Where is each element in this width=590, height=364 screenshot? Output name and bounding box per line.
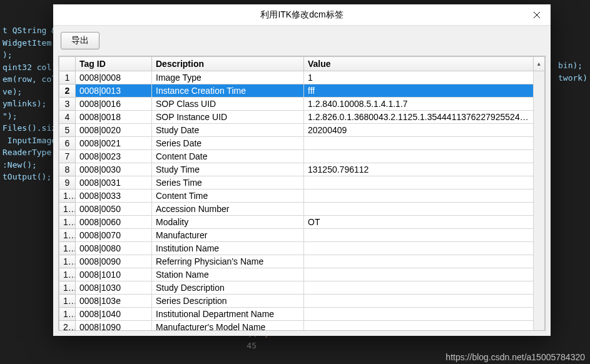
scrollbar-track[interactable] xyxy=(534,308,545,321)
table-row[interactable]: 10008|0008Image Type1 xyxy=(59,71,545,84)
table-row[interactable]: 70008|0023Content Date xyxy=(59,150,545,163)
cell-description[interactable]: Study Description xyxy=(152,281,304,295)
scrollbar-track[interactable] xyxy=(534,137,545,150)
cell-value[interactable]: 1 xyxy=(304,71,534,84)
cell-value[interactable] xyxy=(304,176,534,190)
export-button[interactable]: 导出 xyxy=(61,32,99,49)
cell-value[interactable] xyxy=(304,255,534,268)
cell-tag-id[interactable]: 0008|0030 xyxy=(76,163,152,176)
scrollbar-track[interactable] xyxy=(534,255,545,268)
cell-description[interactable]: Institutional Department Name xyxy=(152,308,304,321)
cell-description[interactable]: Instance Creation Time xyxy=(152,84,304,98)
cell-description[interactable]: Content Date xyxy=(152,150,304,163)
cell-tag-id[interactable]: 0008|1010 xyxy=(76,268,152,281)
table-row[interactable]: 200008|1090Manufacturer's Model Name xyxy=(59,321,545,331)
cell-description[interactable]: SOP Class UID xyxy=(152,98,304,111)
row-number[interactable]: 8 xyxy=(59,163,76,176)
scrollbar-track[interactable] xyxy=(534,321,545,331)
table-row[interactable]: 180008|103eSeries Description xyxy=(59,295,545,308)
cell-tag-id[interactable]: 0008|1090 xyxy=(76,321,152,331)
cell-tag-id[interactable]: 0008|0021 xyxy=(76,137,152,150)
cell-value[interactable] xyxy=(304,281,534,295)
cell-tag-id[interactable]: 0008|0070 xyxy=(76,229,152,242)
scrollbar-track[interactable] xyxy=(534,295,545,308)
cell-value[interactable] xyxy=(304,321,534,331)
cell-tag-id[interactable]: 0008|0016 xyxy=(76,98,152,111)
row-number[interactable]: 11 xyxy=(59,203,76,216)
cell-value[interactable] xyxy=(304,308,534,321)
cell-description[interactable]: Manufacturer xyxy=(152,229,304,242)
cell-tag-id[interactable]: 0008|1030 xyxy=(76,281,152,295)
cell-value[interactable] xyxy=(304,229,534,242)
scrollbar-track[interactable] xyxy=(534,71,545,84)
cell-value[interactable] xyxy=(304,295,534,308)
cell-tag-id[interactable]: 0008|0008 xyxy=(76,71,152,84)
row-number[interactable]: 10 xyxy=(59,190,76,203)
row-number[interactable]: 15 xyxy=(59,255,76,268)
cell-value[interactable]: 1.2.826.0.1.3680043.2.1125.1.35444113762… xyxy=(304,111,534,124)
table-row[interactable]: 140008|0080Institution Name xyxy=(59,242,545,255)
cell-value[interactable] xyxy=(304,190,534,203)
cell-value[interactable] xyxy=(304,150,534,163)
table-row[interactable]: 60008|0021Series Date xyxy=(59,137,545,150)
cell-description[interactable]: Station Name xyxy=(152,268,304,281)
cell-description[interactable]: Content Time xyxy=(152,190,304,203)
row-number[interactable]: 17 xyxy=(59,281,76,295)
scrollbar-track[interactable] xyxy=(534,281,545,295)
header-description[interactable]: Description xyxy=(152,57,304,71)
cell-tag-id[interactable]: 0008|0050 xyxy=(76,203,152,216)
cell-description[interactable]: Image Type xyxy=(152,71,304,84)
table-row[interactable]: 100008|0033Content Time xyxy=(59,190,545,203)
cell-value[interactable]: 1.2.840.10008.5.1.4.1.1.7 xyxy=(304,98,534,111)
row-number[interactable]: 20 xyxy=(59,321,76,331)
cell-value[interactable]: 20200409 xyxy=(304,124,534,137)
scrollbar-track[interactable] xyxy=(534,242,545,255)
header-rownum[interactable] xyxy=(59,57,76,71)
row-number[interactable]: 1 xyxy=(59,71,76,84)
cell-tag-id[interactable]: 0008|1040 xyxy=(76,308,152,321)
table-row[interactable]: 170008|1030Study Description xyxy=(59,281,545,295)
scrollbar-track[interactable] xyxy=(534,111,545,124)
row-number[interactable]: 7 xyxy=(59,150,76,163)
cell-tag-id[interactable]: 0008|103e xyxy=(76,295,152,308)
cell-description[interactable]: Series Date xyxy=(152,137,304,150)
scrollbar-track[interactable] xyxy=(534,190,545,203)
cell-description[interactable]: Series Time xyxy=(152,176,304,190)
cell-description[interactable]: Accession Number xyxy=(152,203,304,216)
table-row[interactable]: 160008|1010Station Name xyxy=(59,268,545,281)
cell-value[interactable] xyxy=(304,137,534,150)
scrollbar-track[interactable] xyxy=(534,163,545,176)
row-number[interactable]: 5 xyxy=(59,124,76,137)
cell-tag-id[interactable]: 0008|0080 xyxy=(76,242,152,255)
scroll-up-button[interactable]: ▴ xyxy=(534,57,545,71)
row-number[interactable]: 16 xyxy=(59,268,76,281)
cell-tag-id[interactable]: 0008|0023 xyxy=(76,150,152,163)
row-number[interactable]: 4 xyxy=(59,111,76,124)
cell-value[interactable] xyxy=(304,268,534,281)
scrollbar-track[interactable] xyxy=(534,203,545,216)
row-number[interactable]: 19 xyxy=(59,308,76,321)
row-number[interactable]: 14 xyxy=(59,242,76,255)
cell-description[interactable]: Referring Physician's Name xyxy=(152,255,304,268)
table-row[interactable]: 90008|0031Series Time xyxy=(59,176,545,190)
row-number[interactable]: 9 xyxy=(59,176,76,190)
scrollbar-track[interactable] xyxy=(534,216,545,229)
table-row[interactable]: 110008|0050Accession Number xyxy=(59,203,545,216)
header-tag-id[interactable]: Tag ID xyxy=(76,57,152,71)
table-row[interactable]: 120008|0060ModalityOT xyxy=(59,216,545,229)
cell-tag-id[interactable]: 0008|0031 xyxy=(76,176,152,190)
cell-description[interactable]: SOP Instance UID xyxy=(152,111,304,124)
dialog-titlebar[interactable]: 利用ITK修改dcm标签 xyxy=(53,4,551,26)
row-number[interactable]: 2 xyxy=(59,84,76,98)
row-number[interactable]: 6 xyxy=(59,137,76,150)
cell-value[interactable]: fff xyxy=(304,84,534,98)
row-number[interactable]: 3 xyxy=(59,98,76,111)
table-row[interactable]: 50008|0020Study Date20200409 xyxy=(59,124,545,137)
cell-description[interactable]: Manufacturer's Model Name xyxy=(152,321,304,331)
table-row[interactable]: 150008|0090Referring Physician's Name xyxy=(59,255,545,268)
cell-description[interactable]: Institution Name xyxy=(152,242,304,255)
close-button[interactable] xyxy=(522,4,551,26)
table-row[interactable]: 190008|1040Institutional Department Name xyxy=(59,308,545,321)
table-row[interactable]: 20008|0013Instance Creation Timefff xyxy=(59,84,545,98)
row-number[interactable]: 18 xyxy=(59,295,76,308)
